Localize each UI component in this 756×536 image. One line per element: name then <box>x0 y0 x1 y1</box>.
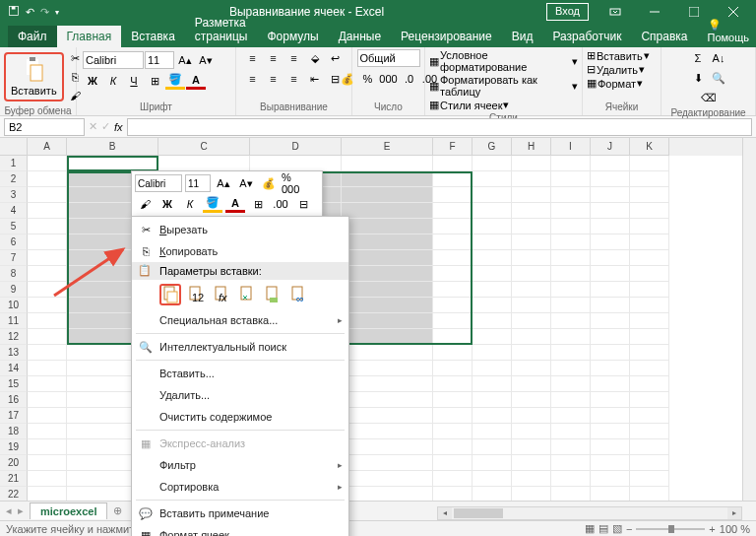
cell[interactable] <box>551 219 591 234</box>
align-top-icon[interactable]: ≡ <box>243 49 263 67</box>
cell[interactable] <box>512 250 551 266</box>
cell[interactable] <box>512 266 551 282</box>
cell[interactable] <box>342 329 433 345</box>
row-header[interactable]: 20 <box>0 455 28 471</box>
cell[interactable] <box>472 313 512 329</box>
cell[interactable] <box>512 376 551 392</box>
cell[interactable] <box>512 455 551 471</box>
mini-grow-font-icon[interactable]: A▴ <box>214 174 233 192</box>
cell[interactable] <box>630 234 669 250</box>
cell[interactable] <box>591 376 630 392</box>
cell[interactable] <box>551 171 591 187</box>
cell[interactable] <box>342 392 433 408</box>
format-as-table-button[interactable]: ▦ Форматировать как таблицу▾ <box>429 74 578 98</box>
zoom-in-icon[interactable]: + <box>709 523 715 535</box>
col-header[interactable]: E <box>342 138 433 156</box>
cell[interactable] <box>551 187 591 203</box>
cell[interactable] <box>551 234 591 250</box>
cell[interactable] <box>158 156 250 171</box>
cell[interactable] <box>591 298 630 313</box>
row-header[interactable]: 10 <box>0 298 28 313</box>
cell[interactable] <box>342 234 433 250</box>
cell[interactable] <box>433 250 472 266</box>
cell[interactable] <box>512 298 551 313</box>
worksheet-grid[interactable]: A B C D E F G H I J K 123456789101112131… <box>0 138 756 502</box>
cell[interactable] <box>630 171 669 187</box>
cell[interactable] <box>551 250 591 266</box>
cell[interactable] <box>433 392 472 408</box>
cell[interactable] <box>591 203 630 219</box>
tab-review[interactable]: Рецензирование <box>391 26 502 47</box>
font-size-combo[interactable]: 11 <box>145 51 174 69</box>
ctx-sort[interactable]: Сортировка▸ <box>132 476 348 498</box>
cell[interactable] <box>512 408 551 424</box>
bold-icon[interactable]: Ж <box>83 72 102 90</box>
row-header[interactable]: 2 <box>0 171 28 187</box>
cell[interactable] <box>472 408 512 424</box>
font-color-icon[interactable]: A <box>186 72 206 90</box>
row-header[interactable]: 19 <box>0 439 28 455</box>
cell[interactable] <box>512 361 551 376</box>
cell[interactable] <box>342 156 433 171</box>
cell[interactable] <box>342 376 433 392</box>
cell[interactable] <box>512 424 551 439</box>
cell[interactable] <box>28 455 67 471</box>
mini-font-combo[interactable]: Calibri <box>135 174 182 192</box>
cell[interactable] <box>591 424 630 439</box>
row-header[interactable]: 3 <box>0 187 28 203</box>
cell[interactable] <box>630 298 669 313</box>
paste-transpose-icon[interactable] <box>236 284 258 305</box>
cell[interactable] <box>28 392 67 408</box>
cell[interactable] <box>28 345 67 361</box>
cell[interactable] <box>250 156 342 171</box>
cell[interactable] <box>630 345 669 361</box>
cell[interactable] <box>512 203 551 219</box>
cell[interactable] <box>512 187 551 203</box>
cell[interactable] <box>630 156 669 171</box>
find-icon[interactable]: 🔍 <box>709 69 728 87</box>
cell[interactable] <box>342 250 433 266</box>
cell[interactable] <box>342 266 433 282</box>
cell[interactable] <box>630 313 669 329</box>
view-pagebreak-icon[interactable]: ▧ <box>612 522 622 535</box>
indent-dec-icon[interactable]: ⇤ <box>305 70 325 88</box>
cell[interactable] <box>28 408 67 424</box>
cell[interactable] <box>67 156 158 171</box>
row-header[interactable]: 13 <box>0 345 28 361</box>
currency-icon[interactable]: 💰 <box>338 70 357 88</box>
conditional-formatting-button[interactable]: ▦ Условное форматирование▾ <box>429 49 578 73</box>
paste-all-icon[interactable] <box>159 284 181 305</box>
cell[interactable] <box>630 455 669 471</box>
paste-button[interactable]: Вставить <box>7 55 61 99</box>
cell[interactable] <box>433 439 472 455</box>
col-header[interactable]: H <box>512 138 551 156</box>
cell[interactable] <box>630 266 669 282</box>
cell[interactable] <box>28 471 67 487</box>
cell[interactable] <box>630 219 669 234</box>
cell[interactable] <box>472 219 512 234</box>
cell[interactable] <box>472 156 512 171</box>
cell[interactable] <box>472 455 512 471</box>
cell[interactable] <box>591 250 630 266</box>
fill-icon[interactable]: ⬇ <box>688 69 708 87</box>
cell[interactable] <box>28 219 67 234</box>
view-normal-icon[interactable]: ▦ <box>585 522 595 535</box>
mini-decimal-icon[interactable]: .00 <box>271 195 290 213</box>
cell[interactable] <box>630 392 669 408</box>
col-header[interactable]: G <box>472 138 512 156</box>
cell[interactable] <box>433 171 472 187</box>
autosum-icon[interactable]: Σ <box>688 49 708 67</box>
cell[interactable] <box>433 219 472 234</box>
col-header[interactable]: I <box>551 138 591 156</box>
row-header[interactable]: 12 <box>0 329 28 345</box>
cell[interactable] <box>591 439 630 455</box>
qat-dropdown-icon[interactable]: ▾ <box>55 8 59 17</box>
sheet-tab[interactable]: microexcel <box>30 502 107 519</box>
cell[interactable] <box>472 376 512 392</box>
delete-cells-button[interactable]: ⊟ Удалить▾ <box>587 63 645 76</box>
cell[interactable] <box>551 471 591 487</box>
mini-italic-icon[interactable]: К <box>180 195 200 213</box>
mini-size-combo[interactable]: 11 <box>185 174 211 192</box>
cell[interactable] <box>512 171 551 187</box>
cell[interactable] <box>28 203 67 219</box>
